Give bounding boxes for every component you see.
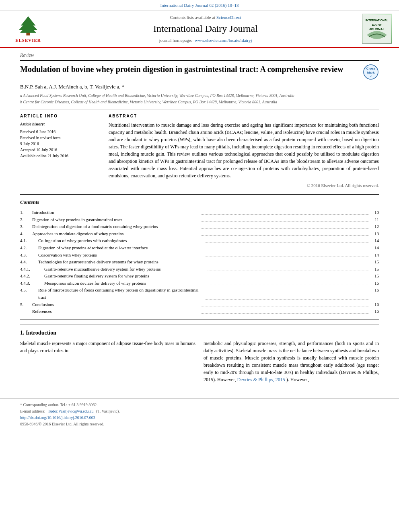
sciencedirect-label: Contents lists available at — [170, 15, 215, 20]
article-info-label: ARTICLE INFO — [20, 113, 101, 119]
affiliations: a Advanced Food Systems Research Unit, C… — [20, 93, 379, 105]
toc-item-4-2: 4.2. Digestion of whey proteins adsorbed… — [20, 244, 379, 252]
crossmark-badge-icon: Cross Mark ✓ — [363, 64, 379, 80]
toc-item-4: 4. Approaches to modulate digestion of w… — [20, 230, 379, 238]
sciencedirect-line: Contents lists available at ScienceDirec… — [170, 14, 241, 21]
doi-link[interactable]: http://dx.doi.org/10.1016/j.idairyj.2016… — [20, 415, 379, 421]
svg-text:Mark: Mark — [367, 71, 375, 74]
history-item-1: Received in revised form — [20, 135, 101, 141]
toc-item-4-4-1: 4.4.1. Gastro-retentive mucoadhesive del… — [20, 266, 379, 273]
email-suffix: (T. Vasiljevic). — [96, 409, 120, 413]
elsevier-logo-area: ELSEVIER — [4, 14, 52, 44]
sciencedirect-link[interactable]: ScienceDirect — [216, 15, 241, 20]
email-line: E-mail address: Tudor.Vasiljevic@vu.edu.… — [20, 409, 379, 414]
toc-item-4-4-2: 4.4.2. Gastro-retentive floating deliver… — [20, 273, 379, 280]
history-item-2: 9 July 2016 — [20, 141, 101, 147]
intro-right-however: ). However, — [286, 377, 309, 382]
svg-text:Cross: Cross — [366, 67, 376, 70]
table-of-contents: Contents 1. Introduction 10 2. Digestion… — [20, 194, 379, 320]
homepage-link[interactable]: www.elsevier.com/locate/idairyj — [195, 38, 252, 43]
section-type-label: Review — [20, 52, 379, 61]
intro-right-col: metabolic and physiologic processes, str… — [204, 340, 379, 386]
affiliation-a: a Advanced Food Systems Research Unit, C… — [20, 93, 379, 99]
authors-line: B.N.P. Sah a, A.J. McAinch a, b, T. Vasi… — [20, 83, 379, 90]
toc-item-3: 3. Disintegration and digestion of a foo… — [20, 223, 379, 230]
article-history-items: Received 6 June 2016 Received in revised… — [20, 129, 101, 159]
toc-item-4-3: 4.3. Coacervation with whey proteins 14 — [20, 252, 379, 259]
introduction-heading: 1. Introduction — [20, 329, 379, 337]
article-title-area: Modulation of bovine whey protein digest… — [20, 64, 379, 80]
elsevier-tree-icon — [12, 14, 44, 37]
corresponding-author-note: * Corresponding author. Tel.: + 61 3 991… — [20, 402, 379, 408]
journal-homepage-line: journal homepage: www.elsevier.com/locat… — [159, 37, 252, 43]
journal-logo-image: INTERNATIONAL DAIRY JOURNAL — [363, 15, 391, 43]
introduction-body: Skeletal muscle represents a major compo… — [20, 340, 379, 386]
intro-left-col: Skeletal muscle represents a major compo… — [20, 340, 195, 386]
homepage-label: journal homepage: — [159, 38, 192, 43]
intro-left-text: Skeletal muscle represents a major compo… — [20, 340, 195, 354]
contents-title: Contents — [20, 199, 379, 206]
toc-item-4-5: 4.5. Role of microstructure of foods con… — [20, 287, 379, 301]
toc-item-4-1: 4.1. Co-ingestion of whey proteins with … — [20, 237, 379, 244]
toc-item-2: 2. Digestion of whey proteins in gastroi… — [20, 216, 379, 224]
affiliation-b: b Centre for Chronic Diseases, College o… — [20, 99, 379, 105]
abstract-label: ABSTRACT — [109, 113, 379, 119]
journal-title-area: Contents lists available at ScienceDirec… — [52, 14, 359, 44]
elsevier-wordmark: ELSEVIER — [15, 37, 41, 43]
toc-item-5: 5. Conclusions 16 — [20, 301, 379, 308]
journal-header: ELSEVIER Contents lists available at Sci… — [0, 10, 399, 48]
journal-logo-area: INTERNATIONAL DAIRY JOURNAL — [359, 14, 395, 44]
intro-right-text: metabolic and physiologic processes, str… — [204, 340, 379, 383]
copyright-text: © 2016 Elsevier Ltd. All rights reserved… — [109, 183, 379, 189]
toc-item-4-4: 4.4. Technologies for gastroretentive de… — [20, 259, 379, 266]
article-info-column: ARTICLE INFO Article history: Received 6… — [20, 113, 101, 189]
page-footer: * Corresponding author. Tel.: + 61 3 991… — [0, 398, 399, 430]
toc-item-1: 1. Introduction 10 — [20, 209, 379, 216]
journal-citation-banner: International Dairy Journal 62 (2016) 10… — [0, 0, 399, 10]
svg-text:INTERNATIONAL: INTERNATIONAL — [366, 19, 389, 22]
toc-item-4-4-3: 4.4.3. Mesoporous silicon devices for de… — [20, 280, 379, 287]
page-container: International Dairy Journal 62 (2016) 10… — [0, 0, 399, 430]
toc-item-refs: References 16 — [20, 308, 379, 315]
svg-text:✓: ✓ — [370, 75, 372, 78]
content-area: Review Modulation of bovine whey protein… — [0, 48, 399, 394]
elsevier-logo: ELSEVIER — [12, 14, 44, 43]
abstract-text: Nutritional intervention to muscle damag… — [109, 121, 379, 179]
abstract-column: ABSTRACT Nutritional intervention to mus… — [109, 113, 379, 189]
journal-citation-text: International Dairy Journal 62 (2016) 10… — [160, 3, 239, 8]
article-title-text: Modulation of bovine whey protein digest… — [20, 64, 363, 74]
article-history-label: Article history: — [20, 121, 101, 127]
issn-line: 0958-6946/© 2016 Elsevier Ltd. All right… — [20, 421, 379, 427]
svg-text:DAIRY: DAIRY — [372, 23, 382, 27]
journal-logo-box: INTERNATIONAL DAIRY JOURNAL — [362, 14, 392, 44]
svg-text:JOURNAL: JOURNAL — [369, 27, 385, 31]
intro-right-text-content: metabolic and physiologic processes, str… — [204, 341, 379, 382]
email-address[interactable]: Tudor.Vasiljevic@vu.edu.au — [48, 409, 94, 413]
devries-phillips-ref[interactable]: Devries & Phillips, 2015 — [237, 377, 285, 382]
history-item-0: Received 6 June 2016 — [20, 129, 101, 135]
introduction-section: 1. Introduction Skeletal muscle represen… — [20, 325, 379, 387]
history-item-3: Accepted 10 July 2016 — [20, 147, 101, 153]
authors-text: B.N.P. Sah a, A.J. McAinch a, b, T. Vasi… — [20, 84, 124, 90]
journal-title: International Dairy Journal — [153, 22, 258, 36]
email-label: E-mail address: — [20, 409, 45, 413]
history-item-4: Available online 21 July 2016 — [20, 153, 101, 159]
article-info-abstract-section: ARTICLE INFO Article history: Received 6… — [20, 109, 379, 189]
